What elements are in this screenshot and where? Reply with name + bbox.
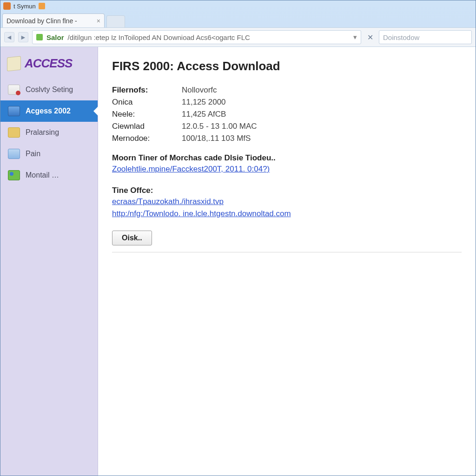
info-grid: Filernofs: Nollovorfc Onica 11,125 2000 … xyxy=(112,86,462,143)
close-icon[interactable]: × xyxy=(97,17,100,25)
ok-button[interactable]: Oisk.. xyxy=(112,231,152,245)
lock-icon xyxy=(36,34,43,40)
app-icon xyxy=(3,2,11,10)
sidebar-item-pain[interactable]: Pain xyxy=(0,143,98,165)
back-button[interactable]: ◄ xyxy=(4,32,14,42)
info-value: 12.0.5 - 13 1.00 MAC xyxy=(182,122,462,131)
main-content: FIRS 2000: Access Download Filernofs: No… xyxy=(98,47,476,476)
sidebar-item-pralarsing[interactable]: Pralarsing xyxy=(0,122,98,143)
info-value: 11,125 2000 xyxy=(182,98,462,107)
info-value: 11,425 AfCB xyxy=(182,110,462,119)
brand-text: ACCESS xyxy=(25,56,72,71)
link-zoole[interactable]: Zoolehtlie.mpine/Facckest200T, 2011. 0:0… xyxy=(112,165,270,174)
section-heading: Tine Offce: xyxy=(112,186,462,195)
page-title: FIRS 2000: Access Download xyxy=(112,59,462,73)
toolbar: ◄ ► Salor /ditilgun :etep Iz InToiloped … xyxy=(0,27,476,47)
info-key: Neele: xyxy=(112,110,182,119)
search-input[interactable]: Doinstodow xyxy=(379,30,472,44)
sidebar-item-label: Coslvty Seting xyxy=(26,86,73,94)
sidebar-item-label: Montail … xyxy=(26,171,59,179)
sidebar-item-acgess[interactable]: Acgess 2002 xyxy=(0,100,98,122)
info-value: 100/18,.11 103 MfS xyxy=(182,134,462,143)
tab-strip: Download by Clinn flne - × xyxy=(0,12,476,27)
folder-icon xyxy=(8,127,20,138)
browser-window: t Symun Download by Clinn flne - × ◄ ► S… xyxy=(0,0,476,476)
brand-icon xyxy=(7,56,21,71)
new-tab-button[interactable] xyxy=(106,15,125,27)
sidebar-item-label: Acgess 2002 xyxy=(26,107,71,115)
info-key: Filernofs: xyxy=(112,86,182,95)
info-key: Onica xyxy=(112,98,182,107)
window-titlebar: t Symun xyxy=(0,0,476,12)
sidebar-item-label: Pralarsing xyxy=(26,128,59,137)
page-body: ACCESS Coslvty Seting Acgess 2002 Pralar… xyxy=(0,47,476,476)
search-placeholder: Doinstodow xyxy=(383,33,419,41)
app-icon-secondary xyxy=(39,3,45,9)
info-key: Ciewnlad xyxy=(112,122,182,131)
sidebar-item-label: Pain xyxy=(26,150,40,158)
section-moorn: Moorn Tiner of Morchas cade Dlsie Tiodeu… xyxy=(112,153,462,177)
page-icon xyxy=(8,149,20,159)
address-bar[interactable]: Salor /ditilgun :etep Iz InToiloped AN D… xyxy=(32,30,361,44)
globe-icon xyxy=(8,170,20,180)
address-path: /ditilgun :etep Iz InToiloped AN Downioa… xyxy=(68,33,250,41)
divider xyxy=(112,252,462,252)
access-icon xyxy=(8,106,20,116)
document-icon xyxy=(8,85,20,95)
sidebar-item-montail[interactable]: Montail … xyxy=(0,165,98,186)
browser-tab[interactable]: Download by Clinn flne - × xyxy=(2,13,105,27)
tab-title: Download by Clinn flne - xyxy=(7,17,77,25)
chevron-down-icon[interactable]: ▾ xyxy=(353,33,357,41)
section-tine-offce: Tine Offce: ecraas/Tpauzokath./ihrasxid.… xyxy=(112,186,462,221)
address-host: Salor xyxy=(46,33,64,41)
info-key: Mernodoe: xyxy=(112,134,182,143)
sidebar-nav: Coslvty Seting Acgess 2002 Pralarsing Pa… xyxy=(0,79,98,186)
section-heading: Moorn Tiner of Morchas cade Dlsie Tiodeu… xyxy=(112,153,462,163)
window-title: t Symun xyxy=(13,3,36,10)
sidebar-item-coslvty[interactable]: Coslvty Seting xyxy=(0,79,98,100)
settings-icon[interactable]: ✕ xyxy=(365,32,375,42)
forward-button[interactable]: ► xyxy=(18,32,28,42)
sidebar: ACCESS Coslvty Seting Acgess 2002 Pralar… xyxy=(0,47,98,476)
info-value: Nollovorfc xyxy=(182,86,462,95)
brand: ACCESS xyxy=(0,53,98,79)
link-ecraas[interactable]: ecraas/Tpauzokath./ihrasxid.tvp xyxy=(112,197,224,206)
link-download[interactable]: http:/nfg:/Townlodo. ine.lcle.htgestn.do… xyxy=(112,209,291,218)
